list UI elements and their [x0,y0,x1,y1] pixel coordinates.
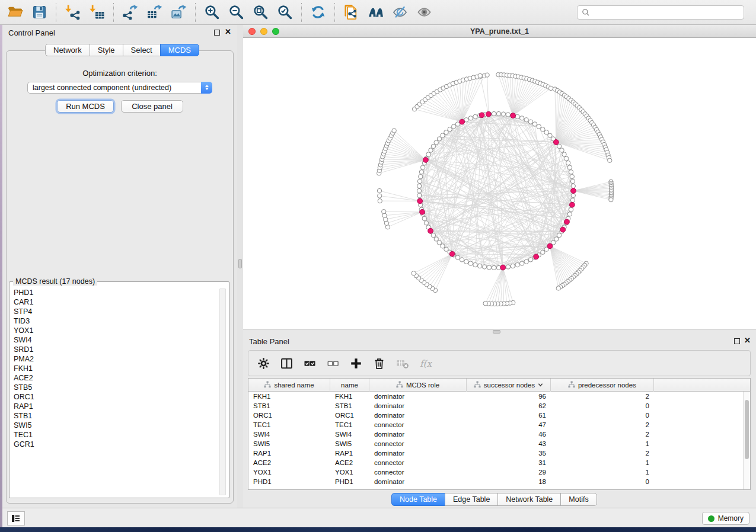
table-close-panel-icon[interactable]: ✕ [744,336,751,345]
mcds-result-item[interactable]: STP4 [11,307,218,316]
graph-node[interactable] [608,158,612,162]
graph-node[interactable] [392,129,396,133]
horizontal-splitter-handle[interactable] [493,330,500,334]
graph-node[interactable] [557,233,561,237]
hide-eye-icon[interactable] [391,4,409,21]
graph-node[interactable] [431,233,435,237]
column-header-shared-name[interactable]: shared name [248,379,330,392]
graph-node[interactable] [548,133,552,137]
memory-button[interactable]: Memory [702,512,749,525]
graph-node[interactable] [417,184,422,188]
mcds-result-item[interactable]: SWI4 [11,335,218,345]
graph-node[interactable] [455,255,460,259]
graph-node[interactable] [496,111,500,116]
table-row[interactable]: ORC1ORC1dominator610 [248,411,743,420]
graph-node[interactable] [422,216,426,220]
tab-style[interactable]: Style [90,44,123,56]
graph-node[interactable] [431,144,435,148]
graph-node[interactable] [570,174,574,178]
mcds-result-item[interactable]: STB1 [11,411,218,421]
graph-node[interactable] [420,165,425,169]
table-float-window-icon[interactable] [734,338,740,344]
graph-node[interactable] [524,259,528,264]
graph-node[interactable] [554,237,559,241]
graph-node[interactable] [528,258,532,262]
export-network-icon[interactable] [121,4,139,21]
graph-node[interactable] [441,133,445,137]
horizontal-splitter[interactable] [243,329,756,335]
graph-node[interactable] [382,213,387,217]
graph-node[interactable] [444,130,448,134]
tab-select[interactable]: Select [123,44,161,56]
graph-node[interactable] [448,127,452,132]
graph-node[interactable] [434,237,438,241]
graph-node[interactable] [460,258,464,262]
close-panel-button[interactable]: Close panel [121,100,183,113]
deselect-all-rows-icon[interactable] [325,355,340,371]
graph-node[interactable] [501,112,505,116]
graph-node[interactable] [506,113,510,117]
table-tab-motifs[interactable]: Motifs [560,493,596,506]
graph-node[interactable] [412,271,416,275]
export-table-icon[interactable] [145,4,163,21]
graph-dominator-node[interactable] [534,254,539,259]
graph-node[interactable] [382,209,386,213]
run-mcds-button[interactable]: Run MCDS [57,100,114,113]
graph-node[interactable] [482,265,486,269]
graph-dominator-node[interactable] [423,158,428,163]
graph-dominator-node[interactable] [500,265,506,270]
table-row[interactable]: PHD1PHD1dominator180 [248,477,743,486]
table-row[interactable]: SWI5SWI5connector431 [248,439,743,448]
binoculars-icon[interactable] [366,4,384,21]
graph-node[interactable] [520,116,524,120]
zoom-selected-icon[interactable] [276,4,294,21]
export-image-icon[interactable] [170,4,187,21]
float-window-icon[interactable] [214,30,220,36]
close-panel-icon[interactable]: ✕ [225,28,231,36]
table-tab-edge-table[interactable]: Edge Table [445,493,498,506]
graph-node[interactable] [378,198,382,203]
zoom-fit-icon[interactable] [251,4,269,21]
mcds-result-item[interactable]: FKH1 [11,364,218,373]
search-input[interactable] [592,7,744,18]
mcds-result-item[interactable]: ORC1 [11,392,218,402]
show-eye-icon[interactable] [415,4,433,21]
graph-node[interactable] [419,174,423,178]
graph-node[interactable] [524,118,528,122]
vertical-splitter-handle[interactable] [238,259,242,268]
graph-node[interactable] [437,241,441,245]
table-row[interactable]: FKH1FKH1dominator962 [248,392,743,401]
mcds-result-item[interactable]: CAR1 [11,297,218,307]
graph-node[interactable] [485,73,489,77]
graph-node[interactable] [478,73,482,78]
table-tab-node-table[interactable]: Node Table [391,493,445,506]
column-header-name[interactable]: name [330,379,369,392]
graph-node[interactable] [571,184,575,188]
new-network-doc-icon[interactable] [342,4,360,21]
graph-node[interactable] [473,262,477,267]
graph-node[interactable] [417,179,422,183]
tab-network[interactable]: Network [45,44,90,56]
graph-node[interactable] [532,122,537,126]
graph-node[interactable] [468,116,473,120]
graph-node[interactable] [477,264,481,268]
graph-node[interactable] [544,130,548,134]
table-row[interactable]: RAP1RAP1dominator352 [248,448,743,458]
zoom-in-icon[interactable] [203,4,221,21]
graph-node[interactable] [426,152,430,156]
mcds-result-item[interactable]: RAP1 [11,402,218,411]
graph-dominator-node[interactable] [486,111,491,117]
graph-node[interactable] [417,188,421,193]
graph-node[interactable] [557,144,561,148]
network-canvas[interactable] [243,38,756,329]
mcds-result-item[interactable]: YOX1 [11,326,218,335]
graph-node[interactable] [492,265,496,270]
graph-node[interactable] [429,148,433,152]
table-row[interactable]: YOX1YOX1connector291 [248,467,743,477]
network-graph[interactable] [243,38,756,329]
column-header-successor-nodes[interactable]: successor nodes [467,379,551,392]
table-row[interactable]: TEC1TEC1connector472 [248,420,743,430]
mcds-result-item[interactable]: TEC1 [11,430,218,440]
panel-menu-button[interactable] [7,511,25,525]
graph-dominator-node[interactable] [569,202,575,207]
